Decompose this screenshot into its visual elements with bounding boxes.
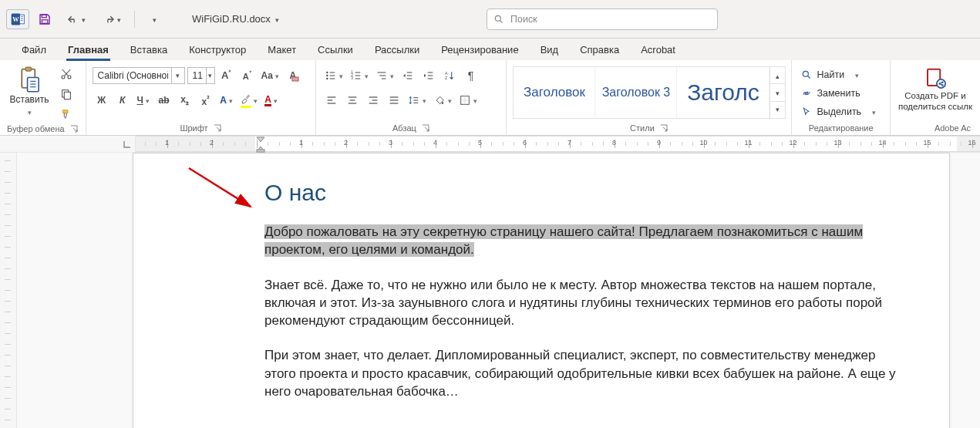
dialog-launcher-icon[interactable] — [213, 123, 222, 133]
cut-button[interactable] — [57, 65, 76, 83]
chevron-down-icon — [254, 95, 258, 106]
tab-references[interactable]: Ссылки — [308, 41, 362, 60]
dialog-launcher-icon[interactable] — [421, 123, 430, 133]
document-heading[interactable]: О нас — [264, 180, 918, 206]
document-paragraph-2[interactable]: Знает всё. Даже то, что не нужно или был… — [264, 276, 904, 330]
title-bar: W WiFiGiD.RU.docx — [0, 0, 980, 39]
subscript-button[interactable]: x₂ — [176, 91, 194, 110]
highlighter-icon — [241, 93, 251, 104]
dialog-launcher-icon[interactable] — [69, 124, 79, 133]
superscript-button[interactable]: x² — [197, 91, 215, 110]
ruler-number: 11 — [745, 139, 753, 147]
tab-design[interactable]: Конструктор — [180, 41, 255, 60]
show-formatting-button[interactable]: ¶ — [461, 66, 480, 85]
ruler-number: 1 — [299, 139, 303, 147]
clear-formatting-button[interactable]: A — [284, 66, 302, 85]
svg-text:3: 3 — [352, 76, 354, 80]
copy-button[interactable] — [57, 85, 76, 103]
ruler-number: 12 — [790, 139, 797, 147]
gallery-scroll-down[interactable] — [770, 84, 785, 101]
tab-home[interactable]: Главная — [59, 41, 118, 60]
align-right-button[interactable] — [364, 91, 382, 110]
decrease-indent-button[interactable] — [399, 66, 417, 85]
style-title[interactable]: Заголс — [677, 67, 770, 118]
numbering-button[interactable]: 123 — [348, 66, 371, 85]
style-heading[interactable]: Заголовок — [514, 67, 595, 118]
increase-font-button[interactable]: A˄ — [217, 66, 236, 85]
ruler-tick — [156, 142, 157, 146]
document-page[interactable]: О нас Добро пожаловать на эту секретную … — [133, 153, 950, 428]
text-effects-button[interactable]: A — [217, 91, 236, 110]
tab-mailings[interactable]: Рассылки — [365, 41, 429, 60]
chevron-down-icon — [153, 14, 157, 25]
tab-layout[interactable]: Макет — [258, 41, 305, 60]
multilevel-list-button[interactable] — [373, 66, 396, 85]
ruler-tick — [715, 142, 716, 146]
tab-selector-icon[interactable] — [123, 140, 132, 149]
highlight-color-button[interactable] — [238, 91, 260, 110]
align-center-icon — [346, 94, 359, 106]
format-painter-button[interactable] — [57, 105, 76, 123]
font-size-dropdown[interactable]: 11 — [187, 67, 215, 84]
ruler-tick — [692, 142, 693, 146]
underline-button[interactable]: Ч — [134, 91, 153, 110]
font-family-dropdown[interactable]: Calibri (Основной — [93, 67, 185, 84]
align-center-button[interactable] — [343, 91, 362, 110]
document-paragraph-1[interactable]: Добро пожаловать на эту секретную страни… — [264, 223, 904, 259]
ruler-tick — [178, 142, 179, 146]
search-input[interactable]: Поиск — [487, 8, 718, 30]
decrease-font-button[interactable]: A˅ — [238, 66, 257, 85]
font-color-button[interactable]: A — [262, 91, 281, 110]
ruler-tick — [726, 142, 727, 146]
align-left-button[interactable] — [322, 91, 341, 110]
bullets-icon — [325, 69, 337, 82]
justify-button[interactable] — [385, 91, 403, 110]
tab-help[interactable]: Справка — [571, 41, 628, 60]
vertical-ruler[interactable] — [0, 153, 17, 428]
select-button[interactable]: Выделить — [798, 103, 879, 120]
qat-separator — [134, 11, 135, 28]
document-scroll[interactable]: О нас Добро пожаловать на эту секретную … — [17, 153, 980, 428]
find-button[interactable]: Найти — [798, 66, 862, 83]
bullets-button[interactable] — [322, 66, 345, 85]
tab-view[interactable]: Вид — [531, 41, 568, 60]
ruler-tick — [514, 142, 514, 146]
ruler-tick — [503, 142, 503, 146]
bold-button[interactable]: Ж — [93, 91, 111, 110]
chevron-down-icon — [117, 14, 121, 25]
replace-button[interactable]: Заменить — [798, 85, 863, 102]
qat-undo[interactable] — [60, 8, 91, 30]
gallery-scroll-up[interactable] — [770, 67, 785, 84]
acrobat-line1: Создать PDF и — [904, 91, 966, 100]
increase-indent-button[interactable] — [419, 66, 438, 85]
chevron-down-icon — [776, 87, 780, 98]
tab-file[interactable]: Файл — [12, 41, 56, 60]
dialog-launcher-icon[interactable] — [659, 123, 668, 133]
style-heading3[interactable]: Заголовок 3 — [595, 67, 677, 118]
group-acrobat: Создать PDF и поделиться ссылк Adobe Ac — [891, 60, 980, 135]
tab-insert[interactable]: Вставка — [121, 41, 177, 60]
qat-redo[interactable] — [96, 8, 126, 30]
horizontal-ruler[interactable]: 1212345678910111213141516171819 — [136, 136, 980, 152]
document-title[interactable]: WiFiGiD.RU.docx — [192, 13, 279, 25]
ruler-number: 2 — [344, 139, 348, 147]
line-spacing-button[interactable] — [406, 91, 429, 110]
gallery-expand[interactable]: ▾ — [770, 102, 785, 118]
qat-save[interactable] — [34, 8, 56, 30]
ruler-tick — [737, 142, 738, 146]
tab-acrobat[interactable]: Acrobat — [631, 41, 685, 60]
sort-button[interactable]: AZ — [440, 66, 459, 85]
change-case-button[interactable]: Aa — [259, 66, 281, 85]
borders-button[interactable] — [456, 91, 480, 110]
chevron-down-icon — [423, 95, 426, 106]
chevron-down-icon — [390, 70, 394, 81]
paste-button[interactable]: Вставить — [6, 63, 52, 117]
strikethrough-button[interactable]: ab — [155, 91, 173, 110]
tab-review[interactable]: Рецензирование — [432, 41, 527, 60]
shading-button[interactable] — [431, 91, 454, 110]
qat-customize[interactable] — [143, 8, 164, 30]
document-paragraph-3[interactable]: При этом знает, что делает. Дипломирован… — [264, 346, 904, 400]
create-pdf-button[interactable]: Создать PDF и поделиться ссылк — [897, 63, 974, 113]
acrobat-group-label: Adobe Ac — [935, 123, 971, 133]
italic-button[interactable]: К — [113, 91, 132, 110]
